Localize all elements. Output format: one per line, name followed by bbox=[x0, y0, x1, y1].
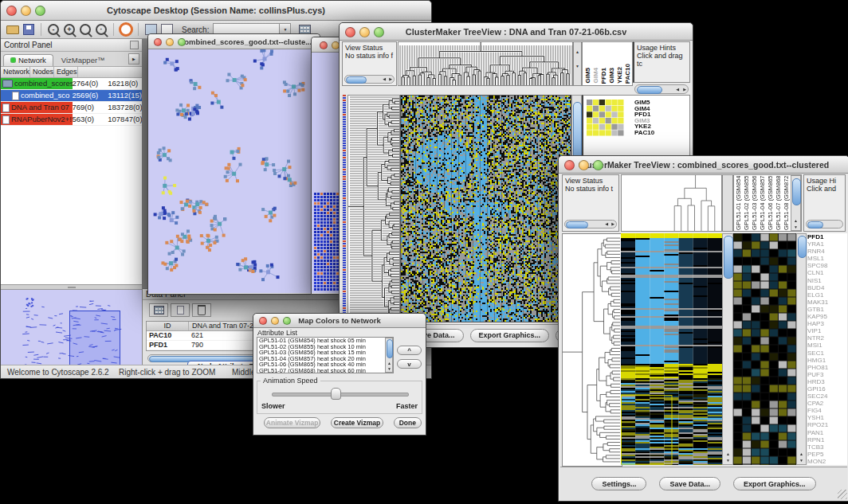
network-window-titlebar[interactable]: combined_scores_good.txt--cluste... bbox=[148, 34, 320, 49]
row-dendrogram-canvas[interactable] bbox=[347, 95, 400, 322]
gene-label[interactable]: HAP3 bbox=[807, 320, 847, 327]
network-table-row[interactable]: DNA and Tran 07 769(0) 183728(0) bbox=[1, 102, 142, 114]
scrollbar-thumb[interactable] bbox=[792, 178, 801, 205]
speed-slider-thumb[interactable] bbox=[331, 388, 341, 400]
gene-label[interactable]: NTR2 bbox=[807, 334, 847, 342]
gene-label[interactable]: ELG1 bbox=[807, 291, 847, 299]
arrow-down-icon[interactable]: ▼ bbox=[799, 459, 803, 463]
gene-label[interactable]: SEC24 bbox=[807, 393, 847, 400]
scrollbar-thumb[interactable] bbox=[387, 339, 393, 358]
close-button[interactable] bbox=[6, 6, 17, 16]
arrow-left-icon[interactable]: ◀ bbox=[383, 77, 386, 81]
close-button[interactable] bbox=[564, 160, 575, 170]
gene-label[interactable]: NIS1 bbox=[807, 277, 847, 284]
dialog-button[interactable]: Animate Vizmap bbox=[264, 417, 320, 428]
minimize-button[interactable] bbox=[21, 6, 31, 16]
column-label[interactable]: GPL51-07 (GSM868) bbox=[775, 176, 782, 230]
tab-network[interactable]: Network bbox=[3, 54, 53, 66]
gene-label[interactable]: PAN1 bbox=[807, 429, 847, 436]
zoom-out-button[interactable]: - bbox=[46, 22, 61, 37]
gene-label[interactable]: GPI16 bbox=[807, 385, 847, 393]
gene-label[interactable]: CLN1 bbox=[807, 269, 847, 276]
gene-label[interactable]: MON2 bbox=[807, 458, 847, 465]
minimize-button[interactable] bbox=[579, 160, 589, 170]
scrollbar-thumb[interactable] bbox=[637, 86, 662, 94]
create-attribute-button[interactable] bbox=[171, 303, 190, 317]
dialog-button[interactable]: Create Vizmap bbox=[331, 417, 383, 428]
gene-label[interactable]: PEP5 bbox=[807, 451, 847, 458]
attribute-list-scrollbar[interactable]: ▲ ▼ bbox=[385, 338, 393, 373]
row-label[interactable]: PAC10 bbox=[634, 130, 654, 136]
treeview-button[interactable]: Settings... bbox=[591, 477, 646, 490]
minimize-button[interactable] bbox=[166, 38, 174, 46]
column-label[interactable]: GIM3 bbox=[608, 68, 615, 84]
detail-vscrollbar[interactable]: ▲ ▼ bbox=[796, 233, 807, 465]
column-label[interactable]: PAC10 bbox=[624, 64, 631, 84]
close-button[interactable] bbox=[345, 27, 355, 37]
treeview-button[interactable]: Export Graphics... bbox=[733, 477, 816, 490]
gene-label[interactable]: SPC98 bbox=[807, 262, 847, 269]
arrow-right-icon[interactable]: ▶ bbox=[389, 77, 392, 81]
birdseye-view-canvas[interactable] bbox=[2, 291, 138, 372]
treeview-combined-titlebar[interactable]: ClusterMaker TreeView : combined_scores_… bbox=[559, 156, 848, 174]
close-button[interactable] bbox=[259, 317, 267, 325]
scrollbar-thumb[interactable] bbox=[346, 76, 367, 84]
column-header[interactable]: Nodes bbox=[30, 67, 54, 77]
gene-label[interactable]: RPN1 bbox=[807, 436, 847, 443]
gene-label[interactable]: CPA2 bbox=[807, 400, 847, 407]
column-dendrogram-canvas[interactable] bbox=[398, 42, 572, 85]
column-label[interactable]: GPL51-01 (GSM854) bbox=[735, 176, 742, 230]
column-label[interactable]: GIM4 bbox=[592, 68, 599, 84]
dendrogram-scroll-strip[interactable]: ▲ ▼ bbox=[573, 41, 582, 86]
arrow-up-icon[interactable]: ▲ bbox=[575, 49, 579, 54]
column-label[interactable]: GPL51-04 (GSM857) bbox=[759, 176, 766, 230]
gene-label[interactable]: SEC1 bbox=[807, 350, 847, 357]
view-status-hscrollbar[interactable]: ◀ ▶ bbox=[344, 75, 395, 84]
correlation-matrix-canvas[interactable] bbox=[587, 100, 624, 136]
heatmap-canvas[interactable] bbox=[621, 233, 722, 465]
heatmap-vscrollbar[interactable]: ▲ ▼ bbox=[722, 233, 733, 465]
scroll-strip[interactable] bbox=[722, 174, 733, 232]
attribute-list-item[interactable]: GPL51-07 (GSM868) heat shock 60 min bbox=[257, 368, 393, 373]
arrow-right-icon[interactable]: ▶ bbox=[611, 222, 614, 226]
open-file-button[interactable] bbox=[6, 22, 20, 37]
gene-label[interactable]: RNR4 bbox=[807, 248, 847, 255]
gene-label[interactable]: PHO81 bbox=[807, 364, 847, 371]
zoom-button[interactable] bbox=[593, 160, 603, 170]
gene-label[interactable]: HMG1 bbox=[807, 357, 847, 364]
more-tabs-button[interactable]: ▶ bbox=[128, 53, 139, 64]
column-labels-vscrollbar[interactable]: ▲ ▼ bbox=[791, 175, 801, 231]
resize-grip-icon[interactable] bbox=[838, 490, 847, 499]
arrow-up-icon[interactable]: ▲ bbox=[387, 361, 391, 365]
id-column-header[interactable]: ID bbox=[147, 322, 189, 330]
minimize-button[interactable] bbox=[359, 27, 370, 37]
arrow-left-icon[interactable]: ◀ bbox=[605, 222, 608, 226]
gene-label[interactable]: FIG4 bbox=[807, 407, 847, 414]
save-session-button[interactable] bbox=[22, 22, 36, 37]
arrow-down-icon[interactable]: ▼ bbox=[794, 225, 798, 229]
zoom-button[interactable] bbox=[178, 38, 186, 46]
column-label[interactable]: GPL51-08 (GSM872) bbox=[783, 176, 790, 230]
tab-vizmapper[interactable]: VizMapper™ bbox=[55, 55, 112, 66]
global-row-strip[interactable] bbox=[342, 95, 347, 321]
gene-label[interactable]: BUD4 bbox=[807, 284, 847, 291]
zoom-selected-button[interactable]: · bbox=[94, 22, 108, 37]
column-header[interactable]: Network bbox=[1, 67, 30, 77]
delete-attribute-button[interactable] bbox=[192, 303, 211, 317]
gene-label[interactable]: TCB3 bbox=[807, 443, 847, 451]
gene-label[interactable]: GTB1 bbox=[807, 306, 847, 313]
move-up-button[interactable]: ^ bbox=[397, 346, 422, 355]
minimize-button[interactable] bbox=[271, 317, 279, 325]
column-dendrogram-canvas[interactable] bbox=[622, 175, 721, 231]
network-table-row[interactable]: combined_scores 2764(0) 16218(0) bbox=[1, 78, 142, 90]
heatmap-canvas[interactable] bbox=[400, 95, 571, 322]
treeview-button[interactable]: Export Graphics... bbox=[470, 329, 550, 342]
gene-label[interactable]: MSL1 bbox=[807, 255, 847, 262]
network-table-row[interactable]: combined_sco 2569(6) 13112(15) bbox=[1, 90, 142, 102]
column-label[interactable]: PFD1 bbox=[600, 68, 607, 84]
zoom-button[interactable] bbox=[283, 317, 291, 325]
treeview-dna-titlebar[interactable]: ClusterMaker TreeView : DNA and Tran 07-… bbox=[340, 23, 693, 41]
zoom-fit-button[interactable] bbox=[78, 22, 92, 37]
help-button[interactable] bbox=[119, 22, 133, 37]
arrow-up-icon[interactable]: ▲ bbox=[794, 219, 798, 223]
